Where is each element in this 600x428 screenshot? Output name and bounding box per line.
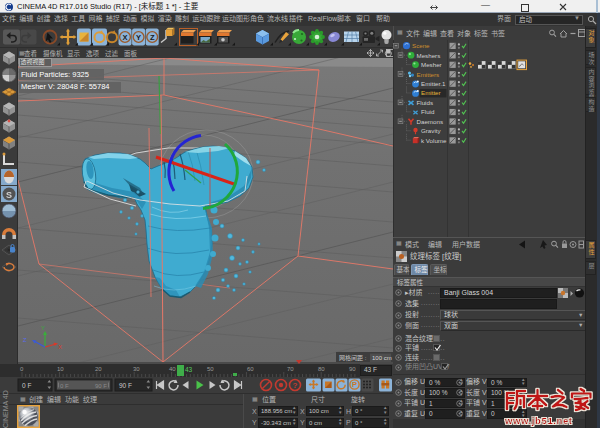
- svg-text:P: P: [352, 380, 357, 389]
- svg-text:网格间距 :: 网格间距 :: [339, 354, 367, 362]
- svg-text:Z: Z: [23, 337, 27, 343]
- svg-text:100 cm: 100 cm: [372, 355, 392, 361]
- svg-text:Emitter.1: Emitter.1: [421, 80, 446, 87]
- svg-text:?: ?: [293, 381, 298, 390]
- svg-text:Z: Z: [150, 33, 155, 42]
- svg-text:0 F: 0 F: [60, 383, 69, 389]
- svg-text:X: X: [122, 33, 127, 42]
- svg-text:90 F: 90 F: [119, 382, 132, 389]
- svg-text:Emitters: Emitters: [417, 71, 440, 78]
- svg-text:Scene: Scene: [412, 42, 430, 49]
- svg-text:X: X: [58, 344, 62, 350]
- svg-text:Gravity: Gravity: [421, 127, 442, 134]
- svg-text:Fluids: Fluids: [417, 99, 434, 106]
- svg-text:k Volume: k Volume: [421, 137, 447, 144]
- svg-text:90 F: 90 F: [95, 383, 107, 389]
- svg-text:0 F: 0 F: [22, 382, 31, 389]
- svg-text:S: S: [6, 190, 12, 200]
- svg-text:Y: Y: [41, 325, 45, 331]
- svg-text:Meshers: Meshers: [417, 52, 441, 59]
- svg-text:Mesher: Mesher: [421, 61, 442, 68]
- svg-text:Daemons: Daemons: [417, 118, 443, 125]
- svg-text:Emitter: Emitter: [421, 89, 441, 96]
- svg-text:www.jb51.net: www.jb51.net: [504, 415, 573, 426]
- svg-text:Y: Y: [136, 33, 141, 42]
- svg-text:Fluid: Fluid: [421, 108, 435, 115]
